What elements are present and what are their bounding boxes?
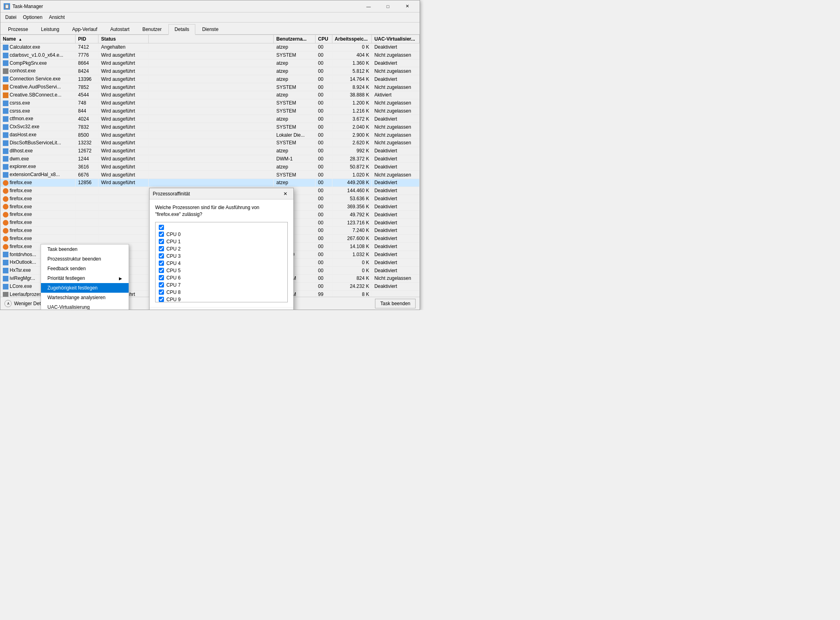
maximize-button[interactable]: □ — [379, 0, 397, 12]
modal-overlay: Prozessoraffinität ✕ Welche Prozessoren … — [0, 35, 420, 310]
dialog-question: Welche Prozessoren sind für die Ausführu… — [155, 204, 288, 218]
menubar: Datei Optionen Ansicht — [0, 12, 420, 23]
tab-autostart[interactable]: Autostart — [104, 24, 135, 34]
cpu-item[interactable]: CPU 5 — [157, 267, 286, 274]
cpu-checkbox[interactable] — [159, 253, 164, 259]
cpu-checkbox[interactable] — [159, 232, 164, 237]
dialog-footer: OK Abbrechen — [150, 307, 293, 310]
cpu-checkbox[interactable] — [159, 239, 164, 244]
content-area: Name ▲ PID Status Benutzerna... CPU Arbe… — [0, 35, 420, 310]
dialog-close-button[interactable]: ✕ — [281, 189, 290, 199]
cpu-item[interactable]: CPU 1 — [157, 238, 286, 245]
cpu-item[interactable]: CPU 6 — [157, 274, 286, 281]
window-title: Task-Manager — [12, 4, 359, 9]
cpu-item[interactable]: CPU 2 — [157, 245, 286, 253]
menu-optionen[interactable]: Optionen — [20, 13, 46, 21]
window-controls: — □ ✕ — [359, 0, 416, 12]
menu-datei[interactable]: Datei — [2, 13, 20, 21]
cpu-checkbox[interactable] — [159, 246, 164, 251]
tab-app-verlauf[interactable]: App-Verlauf — [66, 24, 103, 34]
cpu-item[interactable]: CPU 4 — [157, 260, 286, 267]
cpu-item[interactable]: CPU 0 — [157, 231, 286, 238]
tab-dienste[interactable]: Dienste — [196, 24, 225, 34]
cpu-item[interactable] — [157, 224, 286, 231]
cpu-checkbox[interactable] — [159, 268, 164, 273]
tab-details[interactable]: Details — [168, 24, 195, 35]
minimize-button[interactable]: — — [359, 0, 378, 12]
cpu-checkbox[interactable] — [159, 261, 164, 266]
cpu-checkbox[interactable] — [159, 297, 164, 302]
menu-ansicht[interactable]: Ansicht — [46, 13, 68, 21]
tabbar: Prozesse Leistung App-Verlauf Autostart … — [0, 23, 420, 35]
app-icon: 📋 — [4, 3, 10, 10]
tab-prozesse[interactable]: Prozesse — [2, 24, 34, 34]
dialog-title: Prozessoraffinität — [153, 191, 281, 197]
cpu-checkbox[interactable] — [159, 225, 164, 230]
cpu-item[interactable]: CPU 9 — [157, 296, 286, 302]
dialog-body: Welche Prozessoren sind für die Ausführu… — [150, 199, 293, 307]
cpu-item[interactable]: CPU 3 — [157, 253, 286, 260]
cpu-list[interactable]: CPU 0CPU 1CPU 2CPU 3CPU 4CPU 5CPU 6CPU 7… — [155, 222, 288, 302]
close-button[interactable]: ✕ — [398, 0, 416, 12]
tab-leistung[interactable]: Leistung — [35, 24, 65, 34]
cpu-checkbox[interactable] — [159, 275, 164, 280]
cpu-checkbox[interactable] — [159, 289, 164, 295]
cpu-item[interactable]: CPU 7 — [157, 281, 286, 289]
cpu-item[interactable]: CPU 8 — [157, 289, 286, 296]
cpu-checkbox[interactable] — [159, 282, 164, 287]
task-manager-window: 📋 Task-Manager — □ ✕ Datei Optionen Ansi… — [0, 0, 420, 310]
tab-benutzer[interactable]: Benutzer — [136, 24, 168, 34]
titlebar: 📋 Task-Manager — □ ✕ — [0, 0, 420, 12]
dialog-titlebar: Prozessoraffinität ✕ — [150, 188, 293, 199]
affinity-dialog: Prozessoraffinität ✕ Welche Prozessoren … — [149, 188, 294, 310]
